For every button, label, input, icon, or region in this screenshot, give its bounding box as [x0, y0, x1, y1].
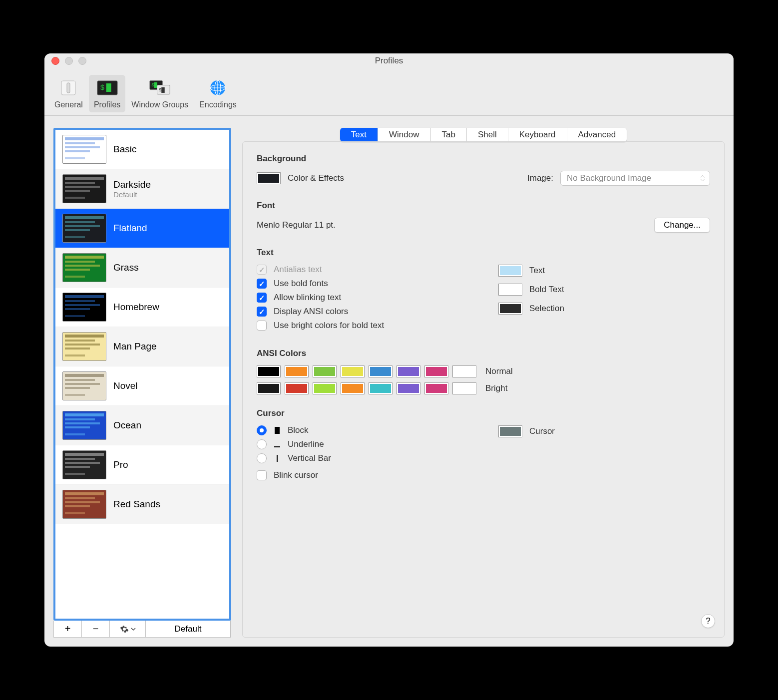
profile-item-flatland[interactable]: Flatland [55, 209, 229, 248]
add-profile-button[interactable]: + [54, 621, 82, 637]
profile-name: Grass [113, 262, 139, 273]
ansi-normal-2[interactable] [313, 365, 337, 377]
tab-advanced[interactable]: Advanced [567, 128, 627, 142]
remove-profile-button[interactable]: − [82, 621, 110, 637]
ansi-normal-5[interactable] [396, 365, 420, 377]
ansi-normal-1[interactable] [285, 365, 309, 377]
body: BasicDarksideDefaultFlatlandGrassHomebre… [44, 116, 734, 647]
profile-item-basic[interactable]: Basic [55, 130, 229, 169]
text-color-well-text[interactable] [498, 265, 522, 277]
checkbox-label: Display ANSI colors [274, 307, 348, 317]
ansi-bright-1[interactable] [285, 382, 309, 394]
font-heading: Font [257, 201, 710, 211]
background-image-select[interactable]: No Background Image [560, 171, 710, 186]
svg-rect-30 [65, 265, 100, 267]
svg-rect-13 [65, 137, 104, 140]
svg-rect-18 [65, 177, 104, 180]
profile-item-ocean[interactable]: Ocean [55, 406, 229, 445]
ansi-bright-3[interactable] [341, 382, 365, 394]
toolbar-general[interactable]: General [49, 75, 88, 112]
svg-rect-32 [65, 276, 85, 278]
toolbar-profiles[interactable]: $ █ Profiles [89, 75, 125, 112]
text-colors: TextBold TextSelection [498, 265, 710, 335]
text-color-label: Bold Text [529, 285, 564, 295]
ansi-bright-4[interactable] [369, 382, 392, 394]
sidebar-actions: + − Default [53, 621, 231, 638]
tab-text[interactable]: Text [340, 128, 378, 142]
svg-rect-42 [65, 354, 85, 356]
ansi-normal-0[interactable] [257, 365, 281, 377]
profile-list[interactable]: BasicDarksideDefaultFlatlandGrassHomebre… [53, 128, 231, 621]
cursor-radio-underline[interactable] [257, 439, 267, 449]
ansi-bright-6[interactable] [424, 382, 448, 394]
ansi-normal-4[interactable] [369, 365, 392, 377]
profile-actions-menu[interactable] [110, 621, 146, 637]
checkbox-use-bright-colors-for-bold-text[interactable] [257, 321, 267, 331]
cursor-glyph-icon [274, 441, 281, 447]
ansi-normal-3[interactable] [341, 365, 365, 377]
ansi-bright-2[interactable] [313, 382, 337, 394]
checkbox-display-ansi-colors[interactable] [257, 307, 267, 317]
checkbox-use-bold-fonts[interactable] [257, 279, 267, 289]
svg-rect-36 [65, 308, 90, 310]
checkbox-label: Use bold fonts [274, 279, 328, 289]
svg-rect-55 [65, 462, 100, 464]
profile-item-grass[interactable]: Grass [55, 248, 229, 288]
svg-rect-43 [65, 374, 104, 377]
toolbar-encodings[interactable]: Encodings [194, 75, 242, 112]
tab-shell[interactable]: Shell [467, 128, 508, 142]
svg-text:$█: $█ [152, 82, 158, 88]
cursor-color-well[interactable] [498, 425, 522, 437]
svg-rect-41 [65, 348, 90, 350]
svg-rect-34 [65, 300, 95, 302]
text-color-well-bold-text[interactable] [498, 284, 522, 296]
tab-tab[interactable]: Tab [431, 128, 467, 142]
profile-thumb [62, 332, 106, 361]
svg-rect-48 [65, 413, 104, 416]
svg-rect-45 [65, 383, 100, 385]
svg-rect-39 [65, 340, 95, 342]
font-description: Menlo Regular 11 pt. [257, 220, 336, 230]
window-group-icon: $█$█ [149, 78, 171, 98]
profile-name: Basic [113, 144, 136, 155]
profile-item-darkside[interactable]: DarksideDefault [55, 169, 229, 209]
set-default-button[interactable]: Default [146, 621, 231, 637]
toolbar-window-groups[interactable]: $█$█ Window Groups [126, 75, 193, 112]
svg-rect-21 [65, 190, 90, 192]
svg-rect-47 [65, 394, 85, 396]
profile-thumb [62, 411, 106, 440]
text-options: Antialias textUse bold fontsAllow blinki… [257, 265, 468, 335]
ansi-bright-5[interactable] [396, 382, 420, 394]
tab-window[interactable]: Window [378, 128, 430, 142]
profile-thumb [62, 174, 106, 203]
gear-icon [120, 625, 129, 634]
cursor-radio-label: Vertical Bar [288, 453, 331, 463]
profile-item-homebrew[interactable]: Homebrew [55, 288, 229, 327]
profile-item-novel[interactable]: Novel [55, 366, 229, 406]
text-color-well-selection[interactable] [498, 303, 522, 315]
ansi-bright-7[interactable] [452, 382, 476, 394]
background-color-well[interactable] [257, 172, 281, 184]
svg-rect-40 [65, 344, 100, 346]
ansi-bright-0[interactable] [257, 382, 281, 394]
profile-item-man-page[interactable]: Man Page [55, 327, 229, 366]
cursor-radio-block[interactable] [257, 425, 267, 435]
ansi-normal-6[interactable] [424, 365, 448, 377]
font-change-button[interactable]: Change... [654, 218, 710, 233]
profile-item-pro[interactable]: Pro [55, 445, 229, 485]
profile-thumb [62, 214, 106, 243]
svg-rect-50 [65, 422, 100, 424]
checkbox-allow-blinking-text[interactable] [257, 293, 267, 303]
ansi-normal-7[interactable] [452, 365, 476, 377]
tab-keyboard[interactable]: Keyboard [508, 128, 567, 142]
svg-rect-37 [65, 315, 85, 317]
checkbox-label: Use bright colors for bold text [274, 321, 384, 331]
svg-rect-23 [65, 216, 104, 219]
profile-name: Homebrew [113, 302, 159, 313]
cursor-radio-vertical-bar[interactable] [257, 453, 267, 463]
svg-rect-33 [65, 295, 104, 298]
svg-rect-53 [65, 453, 104, 456]
blink-cursor-checkbox[interactable] [257, 470, 267, 480]
profile-item-red-sands[interactable]: Red Sands [55, 485, 229, 524]
help-button[interactable]: ? [701, 614, 715, 628]
